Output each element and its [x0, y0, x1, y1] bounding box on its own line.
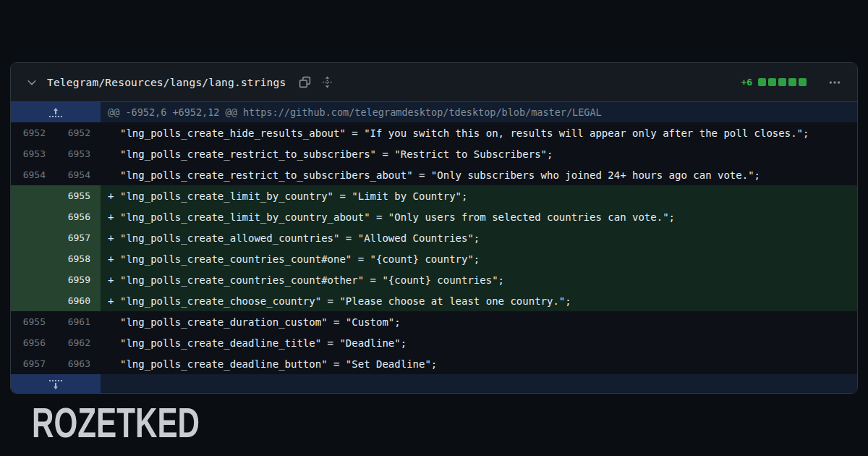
diffstat-square [799, 78, 807, 86]
rozetked-watermark-logo: ROZETKED [32, 402, 200, 444]
code-line: "lng_polls_create_restrict_to_subscriber… [101, 143, 857, 164]
new-line-number: 6954 [56, 164, 101, 185]
code-text: "lng_polls_create_countries_count#other"… [120, 274, 504, 286]
diff-row: 6956 +"lng_polls_create_limit_by_country… [11, 206, 857, 227]
old-line-number [11, 227, 56, 248]
copy-path-button[interactable] [296, 73, 314, 91]
diff-row: 6954 6954 "lng_polls_create_restrict_to_… [11, 164, 857, 185]
file-header: Telegram/Resources/langs/lang.strings +6 [11, 63, 857, 102]
expand-down-icon [49, 380, 62, 389]
collapse-file-button[interactable] [24, 75, 40, 90]
old-line-number: 6954 [11, 164, 56, 185]
code-text: "lng_polls_create_restrict_to_subscriber… [120, 148, 553, 160]
diff-sign: + [108, 232, 120, 244]
code-line: "lng_polls_create_restrict_to_subscriber… [101, 164, 857, 185]
diff-row: 6955 +"lng_polls_create_limit_by_country… [11, 185, 857, 206]
code-text: "lng_polls_create_choose_country" = "Ple… [120, 295, 571, 307]
diff-file-card: Telegram/Resources/langs/lang.strings +6 [10, 62, 858, 394]
code-line: +"lng_polls_create_limit_by_country" = "… [101, 185, 857, 206]
code-text: "lng_polls_create_limit_by_country" = "L… [120, 190, 467, 202]
old-line-number [11, 269, 56, 290]
expand-footer-space [101, 374, 857, 394]
file-path[interactable]: Telegram/Resources/langs/lang.strings [47, 77, 286, 88]
new-line-number: 6961 [56, 311, 101, 332]
diff-row: 6953 6953 "lng_polls_create_restrict_to_… [11, 143, 857, 164]
new-line-number: 6956 [56, 206, 101, 227]
new-line-number: 6953 [56, 143, 101, 164]
diffstat-added-count: +6 [741, 77, 752, 88]
old-line-number: 6955 [11, 311, 56, 332]
unfold-vertical-icon [321, 76, 333, 88]
new-line-number: 6957 [56, 227, 101, 248]
diff-sign: + [108, 190, 120, 202]
diffstat: +6 [741, 77, 807, 88]
diff-row: 6960 +"lng_polls_create_choose_country" … [11, 290, 857, 311]
kebab-horizontal-icon [828, 76, 841, 89]
copy-icon [299, 76, 311, 88]
expand-hunk-up-button[interactable] [11, 102, 101, 122]
diff-sign: + [108, 211, 120, 223]
diff-rows: 6952 6952 "lng_polls_create_hide_results… [11, 122, 857, 374]
diff-row: 6958 +"lng_polls_create_countries_count#… [11, 248, 857, 269]
code-line: "lng_polls_create_deadline_title" = "Dea… [101, 332, 857, 353]
code-line: +"lng_polls_create_allowed_countries" = … [101, 227, 857, 248]
diff-row: 6955 6961 "lng_polls_create_duration_cus… [11, 311, 857, 332]
new-line-number: 6955 [56, 185, 101, 206]
old-line-number [11, 248, 56, 269]
code-text: "lng_polls_create_deadline_button" = "Se… [120, 358, 437, 370]
old-line-number [11, 185, 56, 206]
new-line-number: 6958 [56, 248, 101, 269]
page: { "file_card": { "header": { "collapse_i… [0, 0, 868, 456]
code-text: "lng_polls_create_limit_by_country_about… [120, 211, 675, 223]
expand-up-icon [49, 108, 62, 117]
diff-sign: + [108, 295, 120, 307]
diffstat-squares [758, 78, 807, 86]
expand-all-button[interactable] [318, 73, 336, 91]
new-line-number: 6952 [56, 122, 101, 143]
diffstat-square [758, 78, 766, 86]
old-line-number: 6957 [11, 353, 56, 374]
old-line-number: 6952 [11, 122, 56, 143]
code-line: +"lng_polls_create_countries_count#one" … [101, 248, 857, 269]
new-line-number: 6960 [56, 290, 101, 311]
old-line-number [11, 290, 56, 311]
hunk-header-row: @@ -6952,6 +6952,12 @@ https://github.co… [11, 102, 857, 122]
diff-row: 6957 +"lng_polls_create_allowed_countrie… [11, 227, 857, 248]
new-line-number: 6962 [56, 332, 101, 353]
code-text: "lng_polls_create_hide_results_about" = … [120, 127, 809, 139]
diff-sign: + [108, 274, 120, 286]
code-text: "lng_polls_create_countries_count#one" =… [120, 253, 480, 265]
diff-row: 6956 6962 "lng_polls_create_deadline_tit… [11, 332, 857, 353]
diffstat-square [788, 78, 796, 86]
expand-footer-row [11, 374, 857, 394]
code-line: +"lng_polls_create_limit_by_country_abou… [101, 206, 857, 227]
code-line: "lng_polls_create_duration_custom" = "Cu… [101, 311, 857, 332]
diffstat-square [778, 78, 786, 86]
new-line-number: 6959 [56, 269, 101, 290]
diff-sign: + [108, 253, 120, 265]
code-text: "lng_polls_create_restrict_to_subscriber… [120, 169, 760, 181]
code-text: "lng_polls_create_duration_custom" = "Cu… [120, 316, 401, 328]
code-line: "lng_polls_create_deadline_button" = "Se… [101, 353, 857, 374]
diff-row: 6957 6963 "lng_polls_create_deadline_but… [11, 353, 857, 374]
diff-row: 6952 6952 "lng_polls_create_hide_results… [11, 122, 857, 143]
old-line-number [11, 206, 56, 227]
chevron-down-icon [27, 77, 37, 88]
hunk-header-text: @@ -6952,6 +6952,12 @@ https://github.co… [101, 102, 857, 122]
old-line-number: 6956 [11, 332, 56, 353]
code-line: "lng_polls_create_hide_results_about" = … [101, 122, 857, 143]
code-text: "lng_polls_create_allowed_countries" = "… [120, 232, 480, 244]
diffstat-square [768, 78, 776, 86]
file-options-button[interactable] [825, 73, 844, 92]
new-line-number: 6963 [56, 353, 101, 374]
expand-hunk-down-button[interactable] [11, 374, 101, 394]
code-text: "lng_polls_create_deadline_title" = "Dea… [120, 337, 407, 349]
code-line: +"lng_polls_create_choose_country" = "Pl… [101, 290, 857, 311]
diff-row: 6959 +"lng_polls_create_countries_count#… [11, 269, 857, 290]
code-line: +"lng_polls_create_countries_count#other… [101, 269, 857, 290]
old-line-number: 6953 [11, 143, 56, 164]
